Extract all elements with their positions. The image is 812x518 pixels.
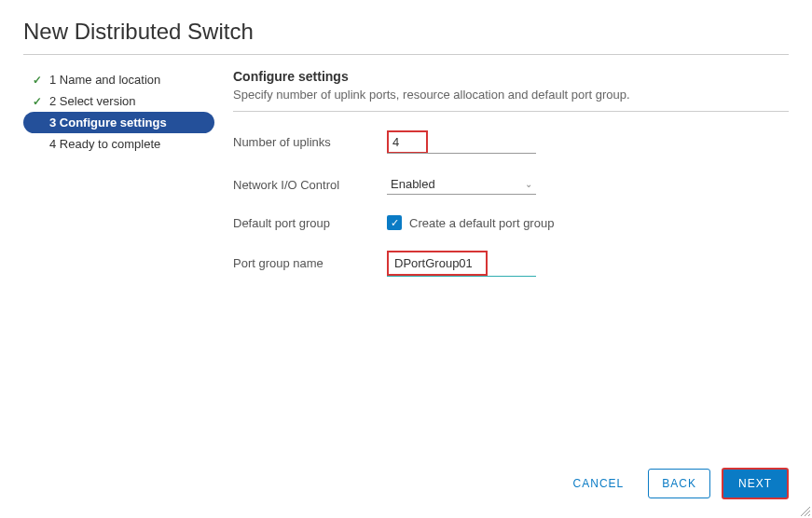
row-uplinks: Number of uplinks	[233, 130, 789, 154]
main-panel: Configure settings Specify number of upl…	[233, 69, 789, 454]
step-label: 3 Configure settings	[49, 116, 167, 130]
section-title: Configure settings	[233, 69, 789, 84]
resize-handle-icon[interactable]	[799, 505, 810, 516]
row-pg-name: Port group name	[233, 251, 789, 276]
back-button[interactable]: BACK	[648, 469, 710, 498]
section-desc: Specify number of uplink ports, resource…	[233, 88, 789, 112]
uplinks-input[interactable]	[387, 130, 428, 154]
step-label: 4 Ready to complete	[49, 137, 160, 151]
default-pg-label: Default port group	[233, 216, 387, 230]
dialog-content: ✓ 1 Name and location ✓ 2 Select version…	[23, 69, 789, 454]
nio-value: Enabled	[391, 177, 435, 191]
uplinks-label: Number of uplinks	[233, 135, 387, 149]
wizard-dialog: New Distributed Switch ✓ 1 Name and loca…	[0, 0, 812, 518]
nio-select[interactable]: Enabled ⌄	[387, 174, 536, 195]
step-select-version[interactable]: ✓ 2 Select version	[23, 90, 214, 112]
check-icon: ✓	[31, 74, 44, 87]
step-label: 2 Select version	[49, 94, 136, 108]
dialog-footer: CANCEL BACK NEXT	[23, 454, 789, 499]
pg-name-input[interactable]	[387, 251, 488, 276]
svg-line-2	[808, 514, 810, 516]
input-underline	[387, 153, 536, 154]
nio-label: Network I/O Control	[233, 178, 387, 192]
dialog-title: New Distributed Switch	[23, 19, 789, 55]
step-label: 1 Name and location	[49, 73, 160, 87]
default-pg-checkbox-label: Create a default port group	[409, 216, 554, 230]
row-nio: Network I/O Control Enabled ⌄	[233, 174, 789, 195]
pg-name-label: Port group name	[233, 256, 387, 270]
input-underline	[387, 276, 536, 277]
wizard-steps: ✓ 1 Name and location ✓ 2 Select version…	[23, 69, 214, 454]
step-name-location[interactable]: ✓ 1 Name and location	[23, 69, 214, 90]
cancel-button[interactable]: CANCEL	[560, 470, 638, 498]
default-pg-checkbox[interactable]: ✓	[387, 215, 402, 230]
check-icon: ✓	[31, 95, 44, 108]
step-configure-settings[interactable]: ✓ 3 Configure settings	[23, 112, 214, 133]
chevron-down-icon: ⌄	[525, 179, 532, 189]
row-default-pg: Default port group ✓ Create a default po…	[233, 215, 789, 230]
step-ready-complete[interactable]: ✓ 4 Ready to complete	[23, 133, 214, 155]
next-button[interactable]: NEXT	[722, 468, 789, 499]
